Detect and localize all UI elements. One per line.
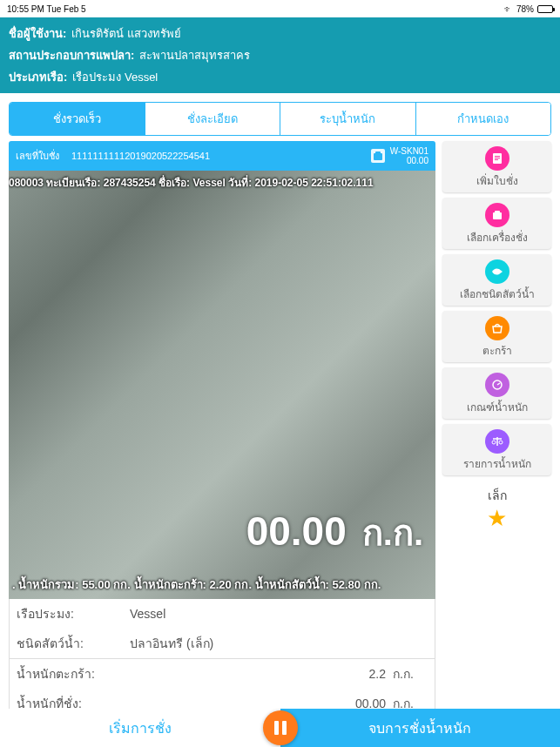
place-label: สถานประกอบการแพปลา: (9, 46, 134, 64)
boat-type-label: ประเภทเรือ: (9, 68, 67, 86)
tab-quick[interactable]: ชั่งรวดเร็ว (10, 103, 145, 135)
battery-percent: 78% (516, 4, 534, 14)
svg-rect-7 (495, 211, 500, 213)
svg-rect-6 (493, 212, 502, 219)
weight-display: 00.00 (246, 508, 347, 555)
basket-unit: ก.ก. (393, 664, 428, 683)
gauge-icon (485, 373, 509, 397)
tab-bar: ชั่งรวดเร็ว ชั่งละเอียด ระบุน้ำหนัก กำหน… (9, 102, 551, 136)
star-icon: ★ (448, 505, 546, 532)
camera-overlay-bottom: . น้ำหนักรวม: 55.00 กก. น้ำหนักตะกร้า: 2… (12, 575, 381, 594)
basket-value: 2.2 (130, 667, 393, 681)
scale-icon (371, 149, 385, 163)
boat-value: Vessel (130, 607, 428, 621)
species-value: ปลาอินทรี (เล็ก) (130, 634, 428, 653)
weight-list-label: รายการน้ำหนัก (444, 455, 550, 472)
place-value: สะพานปลาสมุทรสาคร (139, 46, 250, 64)
status-time: 10:55 PM Tue Feb 5 (7, 4, 86, 14)
tab-custom[interactable]: กำหนดเอง (416, 103, 551, 135)
add-slip-button[interactable]: เพิ่มใบชั่ง (442, 141, 551, 192)
fish-icon (485, 259, 509, 284)
pause-button[interactable] (263, 710, 298, 745)
pause-icon (274, 721, 287, 735)
balance-icon (485, 429, 509, 454)
add-slip-label: เพิ่มใบชั่ง (444, 172, 550, 189)
boat-label: เรือประมง: (17, 604, 130, 623)
weight-criteria-button[interactable]: เกณฑ์น้ำหนัก (442, 367, 551, 419)
end-weighing-button[interactable]: จบการชั่งน้ำหนัก (280, 709, 561, 747)
user-label: ชื่อผู้ใช้งาน: (9, 24, 66, 43)
select-species-button[interactable]: เลือกชนิดสัตว์น้ำ (442, 254, 551, 306)
select-scale-label: เลือกเครื่องชั่ง (444, 229, 550, 246)
scale-value: 00.00 (390, 156, 428, 165)
scale-device-icon (485, 203, 509, 227)
tab-specify[interactable]: ระบุน้ำหนัก (280, 103, 416, 135)
scale-id: W-SKN01 (390, 146, 428, 156)
header: ชื่อผู้ใช้งาน: เกินรติรัตน์ แสวงทรัพย์ ส… (0, 17, 560, 93)
basket-icon (485, 316, 509, 340)
status-bar: 10:55 PM Tue Feb 5 ᯤ 78% (0, 0, 560, 17)
svg-rect-1 (375, 151, 381, 154)
bottom-bar: เริ่มการชั่ง จบการชั่งน้ำหนัก (0, 709, 560, 747)
weight-criteria-label: เกณฑ์น้ำหนัก (444, 399, 550, 415)
svg-rect-0 (374, 153, 382, 160)
basket-label: น้ำหนักตะกร้า: (17, 664, 130, 683)
svg-point-12 (492, 441, 496, 444)
svg-line-9 (497, 383, 500, 385)
svg-rect-5 (495, 159, 498, 160)
slip-number: 11111111112019020522254541 (71, 151, 210, 161)
user-value: เกินรติรัตน์ แสวงทรัพย์ (71, 24, 181, 43)
basket-label: ตะกร้า (444, 342, 550, 359)
slip-info-bar: เลขที่ใบชั่ง 11111111112019020522254541 … (9, 141, 435, 171)
category-label: เล็ก (448, 486, 546, 505)
wifi-icon: ᯤ (504, 4, 513, 14)
svg-point-13 (499, 441, 503, 444)
weight-unit: ก.ก. (362, 505, 423, 561)
battery-icon (537, 5, 553, 13)
tab-detailed[interactable]: ชั่งละเอียด (145, 103, 281, 135)
boat-type-value: เรือประมง Vessel (72, 68, 158, 86)
category-display: เล็ก ★ (442, 481, 551, 537)
species-label: ชนิดสัตว์น้ำ: (17, 634, 130, 653)
camera-view: 080003 ทะเบียนเรือ: 287435254 ชื่อเรือ: … (9, 171, 435, 599)
basket-button[interactable]: ตะกร้า (442, 311, 551, 362)
weight-list-button[interactable]: รายการน้ำหนัก (442, 424, 551, 475)
slip-label: เลขที่ใบชั่ง (16, 148, 59, 164)
svg-rect-4 (495, 158, 500, 158)
select-species-label: เลือกชนิดสัตว์น้ำ (444, 286, 550, 302)
document-icon (485, 146, 509, 171)
start-weighing-button[interactable]: เริ่มการชั่ง (0, 709, 280, 747)
svg-rect-3 (495, 156, 500, 157)
camera-overlay-top: 080003 ทะเบียนเรือ: 287435254 ชื่อเรือ: … (9, 174, 374, 191)
select-scale-button[interactable]: เลือกเครื่องชั่ง (442, 198, 551, 249)
